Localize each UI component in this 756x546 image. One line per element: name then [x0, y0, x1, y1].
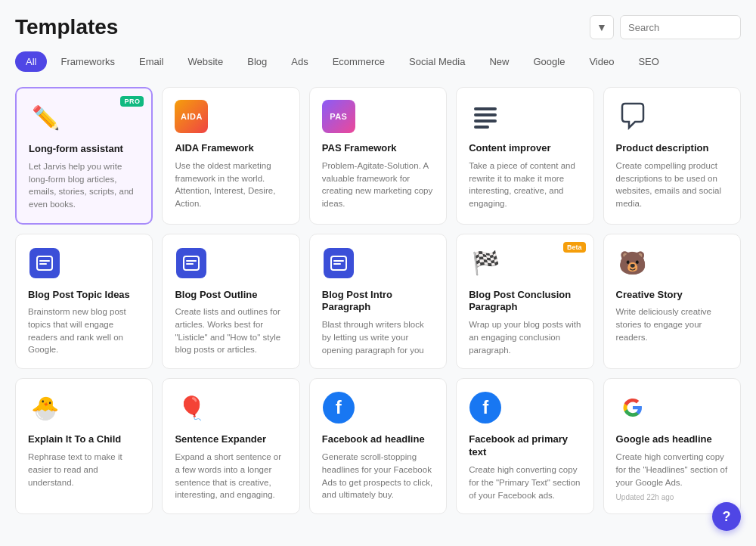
card-title: Content improver [469, 142, 581, 155]
svg-rect-5 [39, 260, 50, 262]
tab-website[interactable]: Website [177, 51, 234, 72]
facebook-icon: f [469, 391, 502, 424]
tab-new[interactable]: New [479, 51, 519, 72]
svg-rect-1 [474, 113, 497, 116]
tabs-row: AllFrameworksEmailWebsiteBlogAdsEcommerc… [15, 51, 741, 72]
card-title: Blog Post Outline [175, 289, 287, 302]
card-sentence-expander[interactable]: 🎈 Sentence Expander Expand a short sente… [162, 378, 299, 514]
card-description: Rephrase text to make it easier to read … [28, 451, 140, 489]
filter-button[interactable]: ▼ [590, 15, 614, 39]
filter-icon: ▼ [596, 21, 607, 33]
card-title: Blog Post Conclusion Paragraph [469, 289, 581, 315]
card-blog-post-outline[interactable]: Blog Post Outline Create lists and outli… [162, 234, 299, 370]
balloon-icon: 🎈 [175, 391, 208, 424]
blog-message-icon [175, 247, 208, 280]
card-description: Expand a short sentence or a few words i… [175, 451, 287, 501]
card-facebook-ad-primary-text[interactable]: f Facebook ad primary text Create high c… [456, 378, 593, 514]
tab-all[interactable]: All [15, 51, 47, 72]
card-blog-post-topic-ideas[interactable]: Blog Post Topic Ideas Brainstorm new blo… [15, 234, 153, 370]
blog-message-icon [28, 247, 61, 280]
help-button[interactable]: ? [712, 502, 741, 531]
updated-label: Updated 22h ago [616, 493, 728, 501]
page-title: Templates [15, 15, 118, 39]
card-title: Google ads headline [616, 433, 728, 446]
card-description: Create high converting copy for the "Pri… [469, 464, 581, 501]
card-title: Long-form assistant [29, 143, 139, 156]
card-title: Sentence Expander [175, 433, 287, 446]
card-explain-to-child[interactable]: 🐣 Explain It To a Child Rephrase text to… [15, 378, 153, 514]
tab-social-media[interactable]: Social Media [398, 51, 476, 72]
face-icon: 🐣 [28, 391, 61, 424]
card-aida-framework[interactable]: AIDA AIDA Framework Use the oldest marke… [162, 87, 299, 225]
card-product-description[interactable]: Product description Create compelling pr… [603, 87, 741, 225]
card-description: Generate scroll-stopping headlines for y… [322, 451, 434, 501]
card-google-ads-headline[interactable]: Google ads headline Create high converti… [603, 378, 741, 514]
svg-rect-2 [474, 119, 497, 123]
card-creative-story[interactable]: 🐻 Creative Story Write deliciously creat… [603, 234, 741, 370]
svg-rect-11 [333, 260, 344, 262]
pro-badge: PRO [120, 96, 144, 107]
tab-seo[interactable]: SEO [627, 51, 669, 72]
card-description: Problem-Agitate-Solution. A valuable fra… [322, 160, 434, 210]
cards-grid: PRO ✏️ Long-form assistant Let Jarvis he… [15, 87, 741, 514]
card-description: Let Jarvis help you write long-form blog… [29, 160, 139, 211]
svg-rect-0 [474, 107, 497, 110]
svg-rect-12 [333, 263, 341, 265]
tab-email[interactable]: Email [129, 51, 175, 72]
card-title: Explain It To a Child [28, 433, 140, 446]
card-blog-post-conclusion[interactable]: Beta 🏁 Blog Post Conclusion Paragraph Wr… [456, 234, 593, 370]
pencil-icon: ✏️ [29, 101, 62, 134]
facebook-icon: f [322, 391, 355, 424]
google-icon [616, 391, 649, 424]
card-title: Creative Story [616, 289, 728, 302]
card-description: Create compelling product descriptions t… [616, 160, 728, 210]
tab-google[interactable]: Google [522, 51, 575, 72]
search-area: ▼ [590, 15, 741, 39]
speech-bubble-icon [616, 100, 649, 133]
card-title: Facebook ad primary text [469, 433, 581, 459]
card-description: Wrap up your blog posts with an engaging… [469, 318, 581, 356]
svg-rect-9 [186, 263, 194, 265]
card-title: Product description [616, 142, 728, 155]
card-blog-post-intro[interactable]: Blog Post Intro Paragraph Blast through … [309, 234, 447, 370]
tab-frameworks[interactable]: Frameworks [50, 51, 125, 72]
card-title: Blog Post Intro Paragraph [322, 289, 434, 315]
tab-ads[interactable]: Ads [280, 51, 318, 72]
card-description: Take a piece of content and rewrite it t… [469, 160, 581, 210]
svg-rect-6 [39, 263, 47, 265]
lines-icon [469, 100, 502, 133]
blog-message-icon [322, 247, 355, 280]
bear-icon: 🐻 [616, 247, 649, 280]
card-description: Brainstorm new blog post topics that wil… [28, 306, 140, 356]
search-input[interactable] [620, 15, 741, 39]
card-description: Use the oldest marketing framework in th… [175, 160, 287, 210]
tab-blog[interactable]: Blog [237, 51, 277, 72]
card-description: Blast through writers block by letting u… [322, 318, 434, 356]
beta-badge: Beta [563, 242, 586, 253]
card-facebook-ad-headline[interactable]: f Facebook ad headline Generate scroll-s… [309, 378, 447, 514]
aida-icon: AIDA [175, 100, 208, 133]
svg-rect-8 [186, 260, 197, 262]
tab-video[interactable]: Video [578, 51, 624, 72]
card-title: Facebook ad headline [322, 433, 434, 446]
svg-rect-3 [474, 126, 489, 129]
card-title: AIDA Framework [175, 142, 287, 155]
card-description: Create high converting copy for the "Hea… [616, 451, 728, 489]
flag-icon: 🏁 [469, 247, 502, 280]
card-description: Create lists and outlines for articles. … [175, 306, 287, 356]
card-pas-framework[interactable]: PAS PAS Framework Problem-Agitate-Soluti… [309, 87, 447, 225]
card-long-form-assistant[interactable]: PRO ✏️ Long-form assistant Let Jarvis he… [15, 87, 153, 225]
card-title: PAS Framework [322, 142, 434, 155]
tab-ecommerce[interactable]: Ecommerce [322, 51, 395, 72]
pas-icon: PAS [322, 100, 355, 133]
card-title: Blog Post Topic Ideas [28, 289, 140, 302]
card-description: Write deliciously creative stories to en… [616, 306, 728, 343]
card-content-improver[interactable]: Content improver Take a piece of content… [456, 87, 593, 225]
